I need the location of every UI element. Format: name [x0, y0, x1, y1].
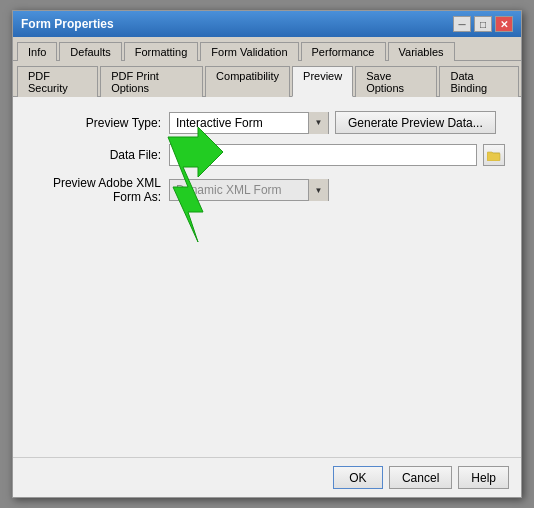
tab-defaults[interactable]: Defaults [59, 42, 121, 61]
preview-type-dropdown-arrow[interactable] [308, 112, 328, 134]
form-properties-window: Form Properties ─ □ ✕ Info Defaults Form… [12, 10, 522, 498]
tab-info[interactable]: Info [17, 42, 57, 61]
title-bar-buttons: ─ □ ✕ [453, 16, 513, 32]
preview-adobe-row: Preview Adobe XML Form As: Dynamic XML F… [29, 176, 505, 204]
maximize-button[interactable]: □ [474, 16, 492, 32]
tab-form-validation[interactable]: Form Validation [200, 42, 298, 61]
preview-adobe-dropdown-arrow[interactable] [308, 179, 328, 201]
preview-adobe-controls: Dynamic XML Form [169, 179, 505, 201]
tab-preview[interactable]: Preview [292, 66, 353, 97]
help-button[interactable]: Help [458, 466, 509, 489]
data-file-input[interactable] [169, 144, 477, 166]
svg-rect-1 [487, 153, 500, 161]
preview-type-controls: Interactive Form Generate Preview Data..… [169, 111, 505, 134]
tab-content: Preview Type: Interactive Form Generate … [13, 97, 521, 457]
tabs-row-1: Info Defaults Formatting Form Validation… [13, 37, 521, 61]
generate-preview-button[interactable]: Generate Preview Data... [335, 111, 496, 134]
tabs-row-2: PDF Security PDF Print Options Compatibi… [13, 61, 521, 97]
data-file-label: Data File: [29, 148, 169, 162]
tab-save-options[interactable]: Save Options [355, 66, 437, 97]
tab-data-binding[interactable]: Data Binding [439, 66, 519, 97]
preview-adobe-label: Preview Adobe XML Form As: [29, 176, 169, 204]
close-button[interactable]: ✕ [495, 16, 513, 32]
minimize-button[interactable]: ─ [453, 16, 471, 32]
preview-adobe-value: Dynamic XML Form [170, 179, 308, 201]
tab-formatting[interactable]: Formatting [124, 42, 199, 61]
cancel-button[interactable]: Cancel [389, 466, 452, 489]
preview-type-row: Preview Type: Interactive Form Generate … [29, 111, 505, 134]
browse-file-button[interactable] [483, 144, 505, 166]
footer: OK Cancel Help [13, 457, 521, 497]
preview-adobe-select[interactable]: Dynamic XML Form [169, 179, 329, 201]
tab-performance[interactable]: Performance [301, 42, 386, 61]
ok-button[interactable]: OK [333, 466, 383, 489]
tab-compatibility[interactable]: Compatibility [205, 66, 290, 97]
preview-type-value: Interactive Form [170, 112, 308, 134]
data-file-controls [169, 144, 505, 166]
tab-pdf-print-options[interactable]: PDF Print Options [100, 66, 203, 97]
tab-variables[interactable]: Variables [388, 42, 455, 61]
window-title: Form Properties [21, 17, 114, 31]
preview-type-label: Preview Type: [29, 116, 169, 130]
tab-pdf-security[interactable]: PDF Security [17, 66, 98, 97]
data-file-row: Data File: [29, 144, 505, 166]
folder-icon [487, 150, 501, 161]
preview-type-select[interactable]: Interactive Form [169, 112, 329, 134]
title-bar: Form Properties ─ □ ✕ [13, 11, 521, 37]
